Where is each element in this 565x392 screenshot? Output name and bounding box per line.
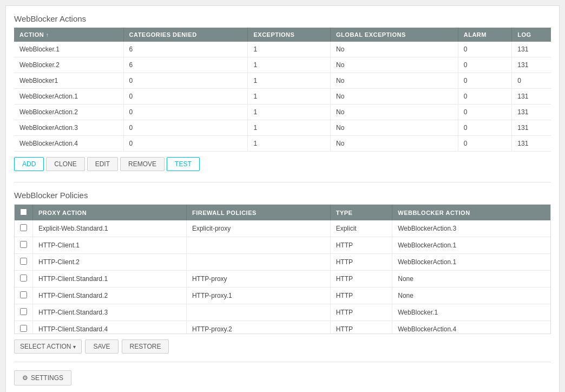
global-exceptions-cell: No bbox=[331, 120, 458, 136]
policies-table-row[interactable]: HTTP-Client.Standard.2 HTTP-proxy.1 HTTP… bbox=[15, 288, 550, 304]
actions-table-row[interactable]: WebBlockerAction.1 0 1 No 0 131 bbox=[14, 89, 551, 104]
alarm-col-header: ALARM bbox=[458, 28, 512, 42]
webblocker-action-cell: WebBlockerAction.1 bbox=[392, 237, 550, 254]
restore-button[interactable]: RESTORE bbox=[122, 339, 169, 354]
actions-table-row[interactable]: WebBlocker1 0 1 No 0 0 bbox=[14, 73, 551, 89]
type-col-header: TYPE bbox=[330, 205, 392, 220]
type-cell: HTTP bbox=[330, 288, 392, 304]
action-name-cell: WebBlockerAction.4 bbox=[14, 136, 123, 152]
settings-section: SETTINGS bbox=[14, 370, 551, 386]
alarm-cell: 0 bbox=[458, 42, 512, 57]
webblocker-action-cell: WebBlocker.1 bbox=[392, 304, 550, 321]
section-divider-2 bbox=[14, 362, 551, 362]
alarm-cell: 0 bbox=[458, 104, 512, 120]
policies-title: WebBlocker Policies bbox=[14, 191, 551, 200]
type-cell: HTTP bbox=[330, 237, 392, 254]
action-name-cell: WebBlockerAction.2 bbox=[14, 104, 123, 120]
actions-title: WebBlocker Actions bbox=[14, 14, 551, 23]
exceptions-cell: 1 bbox=[248, 136, 331, 152]
row-checkbox[interactable] bbox=[20, 325, 27, 332]
webblocker-action-cell: None bbox=[392, 288, 550, 304]
save-button[interactable]: SAVE bbox=[85, 339, 118, 354]
firewall-policies-cell: Explicit-proxy bbox=[186, 220, 330, 237]
row-checkbox[interactable] bbox=[20, 308, 27, 315]
settings-button[interactable]: SETTINGS bbox=[14, 370, 71, 386]
firewall-policies-cell: HTTP-proxy.1 bbox=[186, 288, 330, 304]
log-cell: 131 bbox=[512, 57, 551, 73]
proxy-action-cell: HTTP-Client.2 bbox=[33, 254, 187, 271]
clone-button[interactable]: CLONE bbox=[46, 157, 84, 171]
policies-table-row[interactable]: Explicit-Web.Standard.1 Explicit-proxy E… bbox=[15, 220, 550, 237]
test-button[interactable]: TEST bbox=[167, 157, 200, 171]
webblocker-action-cell: WebBlockerAction.4 bbox=[392, 321, 550, 335]
action-buttons-group: ADD CLONE EDIT REMOVE TEST bbox=[14, 157, 551, 171]
type-cell: HTTP bbox=[330, 321, 392, 335]
exceptions-cell: 1 bbox=[248, 120, 331, 136]
webblocker-action-col-header: WEBBLOCKER ACTION bbox=[392, 205, 550, 220]
firewall-policies-cell bbox=[186, 237, 330, 254]
log-cell: 131 bbox=[512, 104, 551, 120]
policies-table-row[interactable]: HTTP-Client.Standard.4 HTTP-proxy.2 HTTP… bbox=[15, 321, 550, 335]
policies-table: PROXY ACTION FIREWALL POLICIES TYPE WEBB… bbox=[15, 205, 550, 334]
alarm-cell: 0 bbox=[458, 136, 512, 152]
proxy-action-cell: HTTP-Client.1 bbox=[33, 237, 187, 254]
policies-table-row[interactable]: HTTP-Client.Standard.1 HTTP-proxy HTTP N… bbox=[15, 271, 550, 288]
firewall-policies-cell bbox=[186, 304, 330, 321]
actions-table-row[interactable]: WebBlocker.2 6 1 No 0 131 bbox=[14, 57, 551, 73]
row-checkbox[interactable] bbox=[20, 275, 27, 282]
row-checkbox-cell[interactable] bbox=[15, 321, 33, 335]
alarm-cell: 0 bbox=[458, 120, 512, 136]
categories-denied-col-header: CATEGORIES DENIED bbox=[123, 28, 248, 42]
row-checkbox-cell[interactable] bbox=[15, 237, 33, 254]
actions-table: ACTION CATEGORIES DENIED EXCEPTIONS GLOB… bbox=[14, 28, 551, 152]
row-checkbox-cell[interactable] bbox=[15, 271, 33, 288]
row-checkbox-cell[interactable] bbox=[15, 304, 33, 321]
exceptions-cell: 1 bbox=[248, 57, 331, 73]
type-cell: HTTP bbox=[330, 254, 392, 271]
action-name-cell: WebBlockerAction.3 bbox=[14, 120, 123, 136]
proxy-action-cell: HTTP-Client.Standard.2 bbox=[33, 288, 187, 304]
actions-table-row[interactable]: WebBlockerAction.2 0 1 No 0 131 bbox=[14, 104, 551, 120]
alarm-cell: 0 bbox=[458, 73, 512, 89]
row-checkbox-cell[interactable] bbox=[15, 220, 33, 237]
type-cell: Explicit bbox=[330, 220, 392, 237]
actions-table-row[interactable]: WebBlockerAction.3 0 1 No 0 131 bbox=[14, 120, 551, 136]
action-col-header: ACTION bbox=[14, 28, 123, 42]
webblocker-action-cell: WebBlockerAction.3 bbox=[392, 220, 550, 237]
actions-table-row[interactable]: WebBlockerAction.4 0 1 No 0 131 bbox=[14, 136, 551, 152]
policies-table-wrapper[interactable]: PROXY ACTION FIREWALL POLICIES TYPE WEBB… bbox=[14, 204, 551, 334]
policies-table-row[interactable]: HTTP-Client.2 HTTP WebBlockerAction.1 bbox=[15, 254, 550, 271]
row-checkbox-cell[interactable] bbox=[15, 288, 33, 304]
policies-table-row[interactable]: HTTP-Client.Standard.3 HTTP WebBlocker.1 bbox=[15, 304, 550, 321]
alarm-cell: 0 bbox=[458, 57, 512, 73]
select-all-checkbox[interactable] bbox=[20, 208, 27, 215]
policies-table-row[interactable]: HTTP-Client.1 HTTP WebBlockerAction.1 bbox=[15, 237, 550, 254]
row-checkbox-cell[interactable] bbox=[15, 254, 33, 271]
proxy-action-cell: Explicit-Web.Standard.1 bbox=[33, 220, 187, 237]
proxy-action-cell: HTTP-Client.Standard.1 bbox=[33, 271, 187, 288]
edit-button[interactable]: EDIT bbox=[87, 157, 118, 171]
exceptions-cell: 1 bbox=[248, 42, 331, 57]
row-checkbox[interactable] bbox=[20, 291, 27, 298]
row-checkbox[interactable] bbox=[20, 224, 27, 231]
action-name-cell: WebBlocker.1 bbox=[14, 42, 123, 57]
row-checkbox[interactable] bbox=[20, 241, 27, 248]
sort-icon bbox=[46, 31, 49, 38]
global-exceptions-col-header: GLOBAL EXCEPTIONS bbox=[331, 28, 458, 42]
row-checkbox[interactable] bbox=[20, 258, 27, 265]
proxy-action-col-header: PROXY ACTION bbox=[33, 205, 187, 220]
global-exceptions-cell: No bbox=[331, 57, 458, 73]
actions-table-row[interactable]: WebBlocker.1 6 1 No 0 131 bbox=[14, 42, 551, 57]
global-exceptions-cell: No bbox=[331, 89, 458, 104]
log-col-header: LOG bbox=[512, 28, 551, 42]
type-cell: HTTP bbox=[330, 304, 392, 321]
categories-denied-cell: 6 bbox=[123, 57, 248, 73]
bottom-actions-group: SELECT ACTION SAVE RESTORE bbox=[14, 339, 551, 354]
add-button[interactable]: ADD bbox=[14, 157, 44, 171]
select-action-button[interactable]: SELECT ACTION bbox=[14, 339, 82, 354]
type-cell: HTTP bbox=[330, 271, 392, 288]
remove-button[interactable]: REMOVE bbox=[120, 157, 165, 171]
proxy-action-cell: HTTP-Client.Standard.3 bbox=[33, 304, 187, 321]
checkbox-all-col[interactable] bbox=[15, 205, 33, 220]
categories-denied-cell: 0 bbox=[123, 104, 248, 120]
